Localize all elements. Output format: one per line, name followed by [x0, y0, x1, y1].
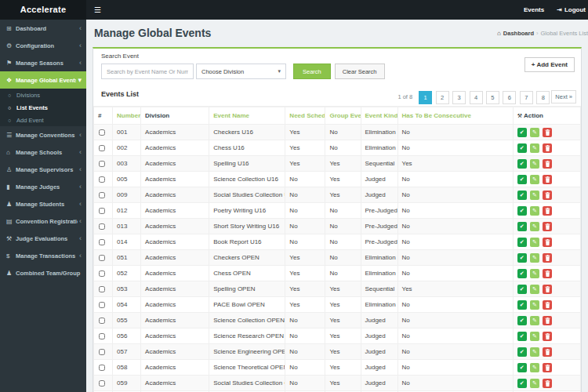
check-action-button[interactable]: ✔	[517, 159, 527, 169]
check-action-button[interactable]: ✔	[517, 128, 527, 137]
sidebar-subitem-divisions[interactable]: ○ Divisions	[0, 89, 86, 101]
edit-action-button[interactable]: ✎	[530, 332, 539, 341]
delete-action-button[interactable]	[543, 332, 552, 341]
nav-logout-link[interactable]: ⇥Logout	[557, 6, 586, 13]
row-checkbox[interactable]	[99, 129, 105, 136]
breadcrumb-dashboard-link[interactable]: Dashboard	[503, 30, 534, 37]
delete-action-button[interactable]	[543, 316, 552, 325]
edit-action-button[interactable]: ✎	[530, 379, 539, 388]
delete-action-button[interactable]	[543, 347, 552, 357]
sidebar-item-manage-global-events[interactable]: ❖ Manage Global Events ▾	[0, 71, 86, 89]
edit-action-button[interactable]: ✎	[530, 253, 539, 263]
pagination-next-button[interactable]: Next »	[551, 90, 576, 103]
row-checkbox[interactable]	[99, 176, 105, 183]
sidebar-subitem-list-events[interactable]: ○ List Events	[0, 101, 86, 114]
column-header-group-event[interactable]: Group Event	[325, 107, 361, 125]
add-event-button[interactable]: +Add Event	[524, 57, 575, 72]
pagination-page-8[interactable]: 8	[536, 91, 550, 104]
delete-action-button[interactable]	[543, 253, 552, 263]
check-action-button[interactable]: ✔	[517, 363, 527, 372]
delete-action-button[interactable]	[543, 143, 552, 153]
sidebar-item-manage-supervisors[interactable]: ♙ Manage Supervisors ‹	[0, 161, 86, 178]
sidebar-item-configuration[interactable]: ⚙ Configuration ‹	[0, 37, 86, 54]
row-checkbox[interactable]	[99, 333, 105, 339]
sidebar-item-manage-schools[interactable]: ⌂ Manage Schools ‹	[0, 143, 86, 161]
menu-toggle-icon[interactable]: ☰	[86, 5, 109, 14]
check-action-button[interactable]: ✔	[517, 300, 527, 310]
search-input[interactable]	[101, 64, 194, 79]
edit-action-button[interactable]: ✎	[530, 363, 539, 372]
row-checkbox[interactable]	[99, 349, 105, 355]
delete-action-button[interactable]	[543, 379, 552, 388]
edit-action-button[interactable]: ✎	[530, 347, 539, 357]
delete-action-button[interactable]	[543, 128, 552, 137]
pagination-page-5[interactable]: 5	[486, 91, 499, 104]
edit-action-button[interactable]: ✎	[530, 316, 539, 325]
edit-action-button[interactable]: ✎	[530, 143, 539, 153]
check-action-button[interactable]: ✔	[517, 238, 527, 247]
delete-action-button[interactable]	[543, 206, 552, 216]
delete-action-button[interactable]	[543, 238, 552, 247]
row-checkbox[interactable]	[99, 223, 105, 230]
edit-action-button[interactable]: ✎	[530, 285, 539, 294]
clear-search-button[interactable]: Clear Search	[335, 64, 385, 79]
column-header-event-kind-id[interactable]: Event Kind ID	[361, 107, 397, 125]
pagination-page-3[interactable]: 3	[452, 91, 466, 104]
row-checkbox[interactable]	[99, 239, 105, 245]
delete-action-button[interactable]	[543, 159, 552, 169]
delete-action-button[interactable]	[543, 175, 552, 184]
row-checkbox[interactable]	[99, 302, 105, 308]
sidebar-item-manage-seasons[interactable]: ⚑ Manage Seasons ‹	[0, 54, 86, 71]
row-checkbox[interactable]	[99, 161, 105, 167]
row-checkbox[interactable]	[99, 145, 105, 151]
sidebar-item-convention-registrations[interactable]: ▤ Convention Registrations ‹	[0, 212, 86, 230]
search-button[interactable]: Search	[293, 64, 331, 79]
pagination-page-2[interactable]: 2	[436, 91, 449, 104]
sidebar-item-manage-transactions[interactable]: $ Manage Transactions ‹	[0, 247, 86, 264]
column-header-need-schedule[interactable]: Need Schedule	[285, 107, 325, 125]
check-action-button[interactable]: ✔	[517, 347, 527, 357]
check-action-button[interactable]: ✔	[517, 253, 527, 263]
row-checkbox[interactable]	[99, 255, 105, 261]
check-action-button[interactable]: ✔	[517, 206, 527, 216]
division-select[interactable]: Choose Division ▾	[196, 64, 286, 79]
edit-action-button[interactable]: ✎	[530, 222, 539, 231]
row-checkbox[interactable]	[99, 208, 105, 214]
delete-action-button[interactable]	[543, 222, 552, 231]
row-checkbox[interactable]	[99, 192, 105, 198]
pagination-page-4[interactable]: 4	[470, 91, 483, 104]
sidebar-item-manage-students[interactable]: ♟ Manage Students ‹	[0, 195, 86, 212]
pagination-page-1[interactable]: 1	[419, 91, 432, 104]
check-action-button[interactable]: ✔	[517, 379, 527, 388]
pagination-page-7[interactable]: 7	[520, 91, 533, 104]
delete-action-button[interactable]	[543, 363, 552, 372]
column-header-number[interactable]: Number▼	[113, 107, 141, 125]
column-header-has-to-be-consecutive[interactable]: Has To Be Consecutive	[397, 107, 513, 125]
edit-action-button[interactable]: ✎	[530, 128, 539, 137]
sidebar-item-manage-conventions[interactable]: ☰ Manage Conventions ‹	[0, 126, 86, 143]
check-action-button[interactable]: ✔	[517, 143, 527, 153]
check-action-button[interactable]: ✔	[517, 191, 527, 200]
edit-action-button[interactable]: ✎	[530, 206, 539, 216]
brand-logo[interactable]: Accelerate	[0, 0, 86, 20]
sidebar-item-dashboard[interactable]: ⊞ Dashboard ‹	[0, 20, 86, 37]
sidebar-item-manage-judges[interactable]: ▮ Manage Judges ‹	[0, 178, 86, 195]
row-checkbox[interactable]	[99, 286, 105, 292]
sidebar-subitem-add-event[interactable]: ○ Add Event	[0, 114, 86, 126]
sidebar-item-combined-team-group-events[interactable]: ♟ Combined Team/Group Events	[0, 264, 86, 281]
delete-action-button[interactable]	[543, 285, 552, 294]
delete-action-button[interactable]	[543, 300, 552, 310]
edit-action-button[interactable]: ✎	[530, 175, 539, 184]
check-action-button[interactable]: ✔	[517, 316, 527, 325]
check-action-button[interactable]: ✔	[517, 269, 527, 278]
row-checkbox[interactable]	[99, 318, 105, 324]
pagination-page-6[interactable]: 6	[503, 91, 516, 104]
check-action-button[interactable]: ✔	[517, 175, 527, 184]
sidebar-item-judge-evaluations[interactable]: ⚒ Judge Evaluations ‹	[0, 230, 86, 247]
column-header-event-name[interactable]: Event Name	[209, 107, 285, 125]
check-action-button[interactable]: ✔	[517, 222, 527, 231]
row-checkbox[interactable]	[99, 380, 105, 387]
edit-action-button[interactable]: ✎	[530, 269, 539, 278]
edit-action-button[interactable]: ✎	[530, 191, 539, 200]
edit-action-button[interactable]: ✎	[530, 238, 539, 247]
